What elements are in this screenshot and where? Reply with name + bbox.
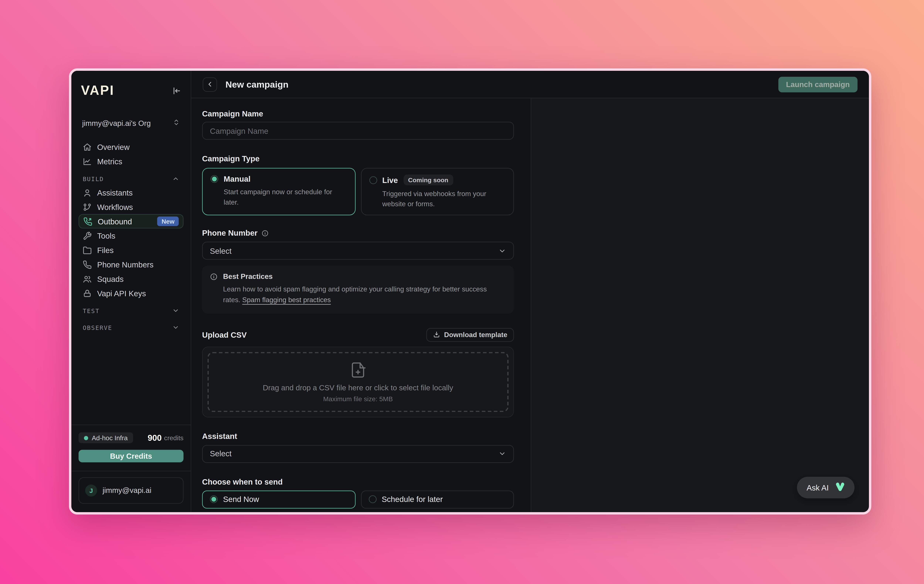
sidebar-item-tools[interactable]: Tools [79,228,183,243]
section-label: OBSERVE [83,324,112,331]
radio-unselected-icon [368,496,376,503]
campaign-name-input[interactable] [202,122,514,140]
new-badge: New [157,216,178,226]
sidebar-item-label: Files [97,246,114,255]
sidebar-item-phone-numbers[interactable]: Phone Numbers [79,257,183,272]
info-icon [210,273,218,306]
sidebar-item-label: Phone Numbers [97,260,153,269]
sidebar-item-label: Metrics [97,157,122,166]
page-header: New campaign Launch campaign [191,71,869,98]
sidebar-item-overview[interactable]: Overview [79,140,183,154]
user-menu[interactable]: J jimmy@vapi.ai [79,477,183,504]
chevron-down-icon [172,307,179,314]
lock-icon [83,289,92,298]
sidebar-item-label: Vapi API Keys [97,289,146,298]
preview-panel: Ask AI [531,98,869,512]
assistant-select[interactable]: Select [202,445,514,463]
campaign-type-label: Campaign Type [202,154,514,163]
ask-ai-button[interactable]: Ask AI [797,477,855,498]
back-button[interactable] [203,77,217,91]
status-dot-icon [84,436,88,440]
ask-ai-label: Ask AI [807,483,829,492]
sidebar-item-label: Tools [97,231,116,240]
sidebar-item-workflows[interactable]: Workflows [79,200,183,214]
dropzone-text: Drag and drop a CSV file here or click t… [263,384,453,392]
sidebar-item-assistants[interactable]: Assistants [79,185,183,200]
campaign-type-live-card[interactable]: Live Coming soon Triggered via webhooks … [361,168,514,216]
upload-csv-card: Drag and drop a CSV file here or click t… [202,346,514,417]
chevron-up-icon [172,175,179,182]
sidebar-item-label: Workflows [97,202,133,211]
chevron-down-icon [498,247,506,255]
send-time-label: Choose when to send [202,477,514,487]
user-email: jimmy@vapi.ai [102,487,151,495]
assistant-label: Assistant [202,432,514,441]
org-switcher[interactable]: jimmy@vapi.ai's Org [79,116,183,130]
best-practices-body: Learn how to avoid spam flagging and opt… [223,284,496,306]
app-window: VAPI jimmy@vapi.ai's Org Overview [69,68,871,515]
info-icon[interactable] [262,229,269,237]
sidebar-collapse-icon[interactable] [172,86,181,95]
file-plus-icon [350,362,366,378]
radio-selected-icon [210,496,218,503]
credits-amount: 900 [148,433,162,443]
user-section: J jimmy@vapi.ai [71,471,191,512]
vapi-logo: VAPI [81,83,114,98]
spam-flagging-link[interactable]: Spam flagging best practices [242,296,331,304]
chevron-down-icon [498,450,506,458]
schedule-later-label: Schedule for later [382,495,443,504]
sidebar-item-files[interactable]: Files [79,243,183,257]
best-practices-title: Best Practices [223,272,496,281]
page-title: New campaign [226,79,289,89]
infra-label: Ad-hoc Infra [92,434,127,441]
desktop-background: VAPI jimmy@vapi.ai's Org Overview [0,0,924,584]
home-icon [83,142,92,152]
phone-number-select[interactable]: Select [202,242,514,260]
section-build[interactable]: BUILD [79,172,183,185]
org-name: jimmy@vapi.ai's Org [82,119,151,127]
buy-credits-button[interactable]: Buy Credits [79,450,183,462]
upload-csv-label: Upload CSV [202,330,247,340]
user-icon [83,188,92,197]
section-label: BUILD [83,175,104,182]
live-desc: Triggered via webhooks from your website… [382,189,506,209]
vapi-v-icon [833,481,846,494]
manual-title: Manual [224,175,251,183]
credits-unit: credits [164,434,183,441]
best-practices-note: Best Practices Learn how to avoid spam f… [202,266,514,313]
assistant-select-value: Select [210,449,231,459]
sidebar-item-squads[interactable]: Squads [79,272,183,286]
sidebar-item-vapi-api-keys[interactable]: Vapi API Keys [79,286,183,300]
infra-badge: Ad-hoc Infra [79,432,133,443]
launch-campaign-header-button[interactable]: Launch campaign [778,76,858,92]
section-observe[interactable]: OBSERVE [79,321,183,334]
chevrons-up-down-icon [173,119,180,128]
sidebar-item-label: Assistants [97,188,133,197]
csv-dropzone[interactable]: Drag and drop a CSV file here or click t… [208,352,508,412]
git-branch-icon [83,202,92,211]
manual-desc: Start campaign now or schedule for later… [224,187,347,207]
radio-selected-icon [211,175,218,183]
chevron-left-icon [206,81,214,88]
send-now-label: Send Now [223,495,259,504]
chevron-down-icon [172,324,179,331]
section-test[interactable]: TEST [79,304,183,317]
phone-icon [83,260,92,269]
download-template-button[interactable]: Download template [426,328,514,342]
radio-unselected-icon [369,176,377,184]
folder-icon [83,246,92,255]
sidebar-item-outbound[interactable]: Outbound New [79,214,183,228]
sidebar-item-label: Overview [97,142,130,152]
phone-number-label: Phone Number [202,229,257,238]
sidebar-item-metrics[interactable]: Metrics [79,154,183,168]
campaign-form: Campaign Name Campaign Type Manual Start… [191,98,531,512]
campaign-type-manual-card[interactable]: Manual Start campaign now or schedule fo… [202,168,355,216]
download-template-label: Download template [444,332,507,338]
schedule-later-option[interactable]: Schedule for later [361,490,514,508]
sidebar-item-label: Squads [97,274,124,284]
send-now-option[interactable]: Send Now [202,490,355,508]
download-icon [432,332,440,338]
sidebar-nav: Overview Metrics BUILD Assistants [79,140,183,334]
chart-icon [83,157,92,166]
phone-number-select-value: Select [210,246,231,256]
